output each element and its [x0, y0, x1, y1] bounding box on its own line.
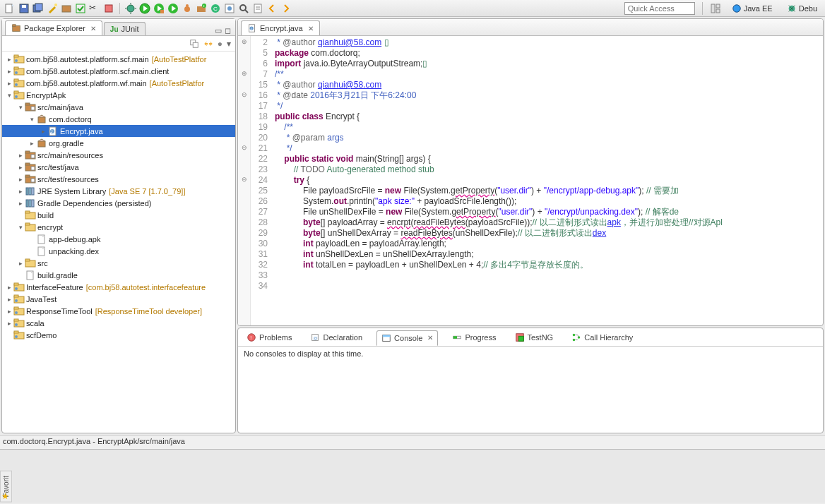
task-icon[interactable]: [252, 3, 263, 14]
code-line[interactable]: int unShellDexLen = unShellDexArray.leng…: [275, 249, 823, 260]
focus-task-icon[interactable]: ●: [218, 39, 222, 49]
build-icon[interactable]: [103, 3, 114, 14]
new-class-icon[interactable]: C: [210, 3, 221, 14]
quick-access-input[interactable]: [624, 2, 695, 15]
expand-arrow-icon[interactable]: ▸: [5, 296, 13, 303]
fold-mark-icon[interactable]: ⊖: [238, 174, 250, 184]
code-line[interactable]: try {: [275, 175, 823, 186]
code-line[interactable]: */: [275, 143, 823, 154]
expand-arrow-icon[interactable]: ▸: [39, 128, 47, 135]
expand-arrow-icon[interactable]: ▾: [28, 116, 36, 123]
perspective-debug[interactable]: Debu: [783, 3, 821, 14]
wizard-icon[interactable]: [47, 3, 58, 14]
code-line[interactable]: System.out.println("apk size:" + payload…: [275, 196, 823, 207]
tree-item[interactable]: ▸InterfaceFeature[com.bj58.autotest.inte…: [2, 281, 235, 293]
collapse-all-icon[interactable]: [189, 39, 199, 49]
bottom-tab-console[interactable]: Console✕: [376, 330, 438, 346]
project-tree[interactable]: ▸com.bj58.autotest.platform.scf.main[Aut…: [2, 52, 235, 433]
run-last-icon[interactable]: [167, 3, 179, 14]
tree-item[interactable]: build.gradle: [2, 269, 235, 281]
close-icon[interactable]: ✕: [308, 25, 314, 32]
expand-arrow-icon[interactable]: ▸: [5, 308, 13, 315]
tree-item[interactable]: ▸JEncrypt.java: [2, 125, 235, 137]
tree-item[interactable]: ▸src/test/java: [2, 161, 235, 173]
ant-icon[interactable]: [182, 3, 193, 14]
tree-item[interactable]: build: [2, 209, 235, 221]
code-line[interactable]: byte[] payloadArray = encrpt(readFileByt…: [275, 217, 823, 228]
tree-item[interactable]: ▸com.bj58.autotest.platform.wf.main[Auto…: [2, 77, 235, 89]
open-type-icon[interactable]: [224, 3, 235, 14]
cut-icon[interactable]: ✂: [89, 3, 100, 14]
run-icon[interactable]: [139, 3, 150, 14]
expand-arrow-icon[interactable]: ▸: [5, 68, 13, 75]
expand-arrow-icon[interactable]: ▸: [16, 200, 25, 207]
tree-item[interactable]: ▸scala: [2, 317, 235, 329]
maximize-icon[interactable]: ◻: [225, 26, 231, 35]
tree-item[interactable]: unpacking.dex: [2, 245, 235, 257]
fold-mark-icon[interactable]: ⊕: [238, 36, 250, 47]
expand-arrow-icon[interactable]: ▸: [5, 56, 13, 63]
tree-item[interactable]: ▸JavaTest: [2, 293, 235, 305]
tree-item[interactable]: ▸src/test/resources: [2, 173, 235, 185]
link-editor-icon[interactable]: [203, 39, 213, 49]
tree-item[interactable]: ▾EncryptApk: [2, 89, 235, 101]
bottom-tab-call-hierarchy[interactable]: Call Hierarchy: [567, 330, 637, 344]
code-line[interactable]: public class Encrypt {: [275, 112, 823, 122]
minimize-icon[interactable]: ▭: [215, 26, 222, 35]
expand-arrow-icon[interactable]: ▸: [16, 164, 25, 171]
fold-mark-icon[interactable]: ⊕: [238, 68, 250, 78]
expand-arrow-icon[interactable]: ▸: [16, 176, 25, 183]
close-icon[interactable]: ✕: [427, 334, 433, 342]
code-line[interactable]: public static void main(String[] args) {: [275, 154, 823, 164]
expand-arrow-icon[interactable]: ▸: [16, 188, 25, 195]
tree-item[interactable]: ▸JRE System Library[Java SE 7 [1.7.0_79]…: [2, 185, 235, 197]
tree-item[interactable]: ▾com.doctorq: [2, 113, 235, 125]
package-icon[interactable]: [61, 3, 72, 14]
tree-item[interactable]: ▸src/main/resources: [2, 149, 235, 161]
code-line[interactable]: * @date 2016年3月21日 下午6:24:00: [275, 90, 823, 101]
expand-arrow-icon[interactable]: ▸: [5, 80, 13, 87]
code-line[interactable]: package com.doctorq;: [275, 48, 823, 59]
code-line[interactable]: import java.io.ByteArrayOutputStream;▯: [275, 59, 823, 69]
perspective-javaee[interactable]: Java EE: [728, 3, 776, 14]
new-pkg-icon[interactable]: +: [196, 3, 207, 14]
view-menu-icon[interactable]: ▾: [227, 39, 231, 49]
fold-mark-icon[interactable]: ⊖: [238, 89, 250, 100]
save-icon[interactable]: [18, 3, 30, 14]
expand-arrow-icon[interactable]: ▾: [16, 104, 25, 111]
bottom-tab-progress[interactable]: Progress: [448, 330, 500, 344]
tree-item[interactable]: ▾src/main/java: [2, 101, 235, 113]
coverage-icon[interactable]: [75, 3, 86, 14]
tree-item[interactable]: scfDemo: [2, 329, 235, 341]
expand-arrow-icon[interactable]: ▸: [16, 152, 25, 159]
expand-arrow-icon[interactable]: ▸: [5, 320, 13, 327]
forward-icon[interactable]: [280, 3, 292, 14]
new-icon[interactable]: [4, 3, 16, 14]
tree-item[interactable]: ▸ResponseTimeTool[ResponseTimeTool devel…: [2, 305, 235, 317]
expand-arrow-icon[interactable]: ▾: [16, 224, 25, 231]
expand-arrow-icon[interactable]: ▾: [5, 92, 13, 99]
bottom-tab-problems[interactable]: !Problems: [242, 330, 296, 344]
code-line[interactable]: /**: [275, 69, 823, 80]
search-icon[interactable]: [238, 3, 249, 14]
tab-junit[interactable]: Ju JUnit: [104, 22, 146, 35]
tree-item[interactable]: ▾encrypt: [2, 221, 235, 233]
expand-arrow-icon[interactable]: ▸: [16, 260, 25, 267]
tree-item[interactable]: ▸Gradle Dependencies (persisted): [2, 197, 235, 209]
code-line[interactable]: * @param args: [275, 133, 823, 143]
code-line[interactable]: File payloadSrcFile = new File(System.ge…: [275, 186, 823, 196]
code-line[interactable]: * @author qianhui@58.com: [275, 80, 823, 90]
expand-arrow-icon[interactable]: ▸: [5, 284, 13, 291]
code-line[interactable]: * @author qianhui@58.com ▯: [275, 37, 823, 48]
tree-item[interactable]: ▸com.bj58.autotest.platform.scf.main.cli…: [2, 65, 235, 77]
close-icon[interactable]: ✕: [90, 25, 96, 32]
run-ext-icon[interactable]: [153, 3, 165, 14]
code-line[interactable]: int payloadLen = payloadArray.length;: [275, 239, 823, 249]
code-editor[interactable]: ⊕⊕⊖⊖⊖ 2567151617181920212223242526272829…: [238, 36, 823, 325]
tree-item[interactable]: ▸com.bj58.autotest.platform.scf.main[Aut…: [2, 53, 235, 65]
bottom-tab-declaration[interactable]: @Declaration: [306, 330, 367, 344]
tab-package-explorer[interactable]: Package Explorer ✕: [5, 20, 102, 35]
code-line[interactable]: /**: [275, 122, 823, 133]
code-line[interactable]: // TODO Auto-generated method stub: [275, 164, 823, 175]
back-icon[interactable]: [266, 3, 278, 14]
